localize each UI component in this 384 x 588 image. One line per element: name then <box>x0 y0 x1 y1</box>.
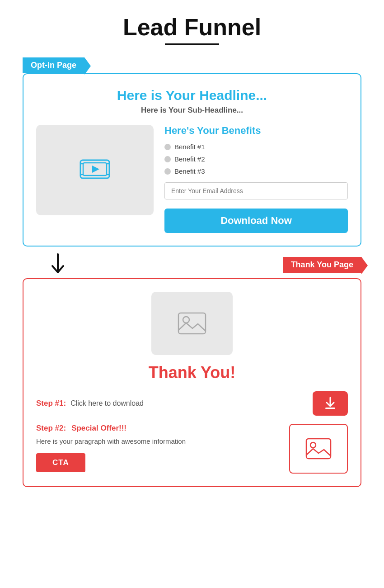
download-icon <box>323 397 337 410</box>
optin-label: Opt-in Page <box>23 57 84 73</box>
step1-text: Click here to download <box>70 399 144 408</box>
optin-content: Here's Your Benefits Benefit #1 Benefit … <box>36 125 348 233</box>
svg-marker-2 <box>92 166 99 173</box>
benefits-side: Here's Your Benefits Benefit #1 Benefit … <box>164 125 348 233</box>
svg-point-13 <box>310 442 316 448</box>
step2-paragraph: Here is your paragraph with awesome info… <box>36 436 282 447</box>
thankyou-label-wrapper: Thank You Page <box>283 257 361 273</box>
benefit-dot-1 <box>164 144 171 150</box>
benefits-title: Here's Your Benefits <box>164 125 348 137</box>
page-title: Lead Funnel <box>123 14 261 41</box>
svg-rect-8 <box>178 313 206 334</box>
benefit-dot-3 <box>164 168 171 175</box>
optin-section: Opt-in Page Here is Your Headline... Her… <box>23 57 361 247</box>
thankyou-image-placeholder <box>151 292 233 355</box>
step2-image-placeholder <box>289 424 348 474</box>
step1-row: Step #1: Click here to download <box>36 391 348 416</box>
step1-label: Step #1: <box>36 399 66 408</box>
optin-label-row: Opt-in Page <box>23 57 361 73</box>
thankyou-section: Thank You! Step #1: Click here to downlo… <box>23 278 361 487</box>
optin-headline: Here is Your Headline... <box>36 88 348 103</box>
step2-header: Step #2: Special Offer!!! <box>36 424 282 433</box>
svg-rect-12 <box>306 439 331 459</box>
optin-box: Here is Your Headline... Here is Your Su… <box>23 73 361 247</box>
step2-label: Step #2: <box>36 424 66 433</box>
svg-point-9 <box>183 317 189 323</box>
svg-rect-11 <box>325 408 335 409</box>
step2-image-icon <box>305 435 332 462</box>
step1-download-button[interactable] <box>313 391 348 416</box>
video-icon <box>79 153 111 187</box>
transition-row: Thank You Page <box>23 251 361 278</box>
optin-subheadline: Here is Your Sub-Headline... <box>36 106 348 115</box>
benefit-1: Benefit #1 <box>164 143 348 151</box>
step2-content: Step #2: Special Offer!!! Here is your p… <box>36 424 348 474</box>
step2-left: Step #2: Special Offer!!! Here is your p… <box>36 424 282 472</box>
thankyou-title: Thank You! <box>36 363 348 382</box>
step1-left: Step #1: Click here to download <box>36 399 305 408</box>
benefit-3: Benefit #3 <box>164 167 348 175</box>
benefit-2: Benefit #2 <box>164 155 348 163</box>
benefit-dot-2 <box>164 156 171 162</box>
title-underline <box>165 43 219 45</box>
download-button[interactable]: Download Now <box>164 209 348 233</box>
special-offer-text: Special Offer!!! <box>71 424 126 433</box>
thankyou-label: Thank You Page <box>283 257 361 273</box>
thankyou-box: Thank You! Step #1: Click here to downlo… <box>23 278 361 487</box>
video-placeholder <box>36 125 154 215</box>
email-input[interactable] <box>164 182 348 199</box>
cta-button[interactable]: CTA <box>36 453 85 472</box>
down-arrow <box>50 253 66 276</box>
